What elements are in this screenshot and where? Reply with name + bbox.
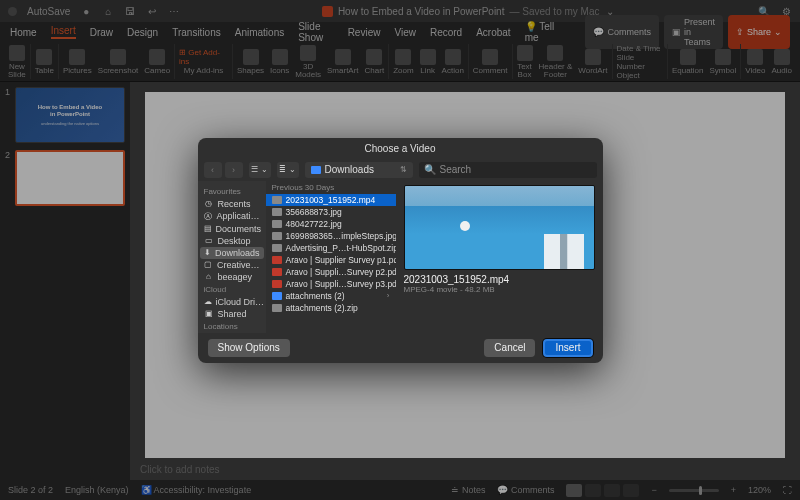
apps-icon: Ⓐ <box>204 211 213 222</box>
image-file-icon <box>272 208 282 216</box>
sidebar-user[interactable]: ⌂beeagey <box>198 271 266 283</box>
search-icon: 🔍 <box>424 164 436 175</box>
downloads-icon: ⬇ <box>204 248 211 257</box>
zip-file-icon <box>272 304 282 312</box>
finder-sidebar: Favourites ◷Recents ⒶApplicati… ▤Documen… <box>198 181 266 333</box>
clock-icon: ◷ <box>204 199 214 208</box>
nav-forward-button[interactable]: › <box>225 162 243 178</box>
search-placeholder: Search <box>440 164 472 175</box>
file-group-header: Previous 30 Days <box>266 181 396 194</box>
documents-icon: ▤ <box>204 224 212 233</box>
preview-filename: 20231003_151952.mp4 <box>404 274 595 285</box>
file-row[interactable]: Aravo | Supplier Survey p1.pdf <box>266 254 396 266</box>
file-row[interactable]: attachments (2).zip <box>266 302 396 314</box>
chevron-right-icon: › <box>387 291 390 300</box>
nav-back-button[interactable]: ‹ <box>204 162 222 178</box>
file-row[interactable]: attachments (2)› <box>266 290 396 302</box>
sidebar-creative[interactable]: ▢Creative… <box>198 259 266 271</box>
dialog-toolbar: ‹ › ☰ ⌄ ≣ ⌄ Downloads⇅ 🔍Search <box>198 159 603 181</box>
pdf-file-icon <box>272 256 282 264</box>
sidebar-documents[interactable]: ▤Documents <box>198 223 266 235</box>
file-column: Previous 30 Days 20231003_151952.mp4 356… <box>266 181 396 333</box>
shared-icon: ▣ <box>204 309 214 318</box>
sidebar-applications[interactable]: ⒶApplicati… <box>198 210 266 223</box>
sidebar-iclouddrive[interactable]: ☁iCloud Dri… <box>198 296 266 308</box>
image-file-icon <box>272 220 282 228</box>
chevron-updown-icon: ⇅ <box>400 165 407 174</box>
pdf-file-icon <box>272 280 282 288</box>
sidebar-header-icloud: iCloud <box>198 283 266 296</box>
group-button[interactable]: ≣ ⌄ <box>277 162 299 178</box>
insert-button[interactable]: Insert <box>543 339 592 357</box>
home-icon: ⌂ <box>204 272 214 281</box>
file-row[interactable]: Aravo | Suppli…Survey p3.pdf <box>266 278 396 290</box>
file-preview: 20231003_151952.mp4 MPEG-4 movie - 48.2 … <box>396 181 603 333</box>
pdf-file-icon <box>272 268 282 276</box>
preview-metadata: MPEG-4 movie - 48.2 MB <box>404 285 595 294</box>
folder-file-icon <box>272 292 282 300</box>
sidebar-recents[interactable]: ◷Recents <box>198 198 266 210</box>
location-dropdown[interactable]: Downloads⇅ <box>305 162 413 178</box>
video-preview-thumbnail[interactable] <box>404 185 595 270</box>
file-row[interactable]: Aravo | Suppli…Survey p2.pdf <box>266 266 396 278</box>
choose-video-dialog: Choose a Video ‹ › ☰ ⌄ ≣ ⌄ Downloads⇅ 🔍S… <box>198 138 603 363</box>
file-row[interactable]: 1699898365…impleSteps.jpg <box>266 230 396 242</box>
sidebar-header-favourites: Favourites <box>198 185 266 198</box>
column-view-button[interactable]: ☰ ⌄ <box>249 162 271 178</box>
search-input[interactable]: 🔍Search <box>419 162 597 178</box>
show-options-button[interactable]: Show Options <box>208 339 290 357</box>
sidebar-downloads[interactable]: ⬇Downloads <box>200 247 264 259</box>
desktop-icon: ▭ <box>204 236 214 245</box>
file-row[interactable]: 356688873.jpg <box>266 206 396 218</box>
dialog-body: Favourites ◷Recents ⒶApplicati… ▤Documen… <box>198 181 603 333</box>
modal-overlay: Choose a Video ‹ › ☰ ⌄ ≣ ⌄ Downloads⇅ 🔍S… <box>0 0 800 500</box>
folder-icon <box>311 166 321 174</box>
image-file-icon <box>272 232 282 240</box>
file-row[interactable]: 480427722.jpg <box>266 218 396 230</box>
dialog-title: Choose a Video <box>198 138 603 159</box>
file-row-selected[interactable]: 20231003_151952.mp4 <box>266 194 396 206</box>
sidebar-header-locations: Locations <box>198 320 266 333</box>
zip-file-icon <box>272 244 282 252</box>
file-row[interactable]: Advertising_P…t-HubSpot.zip <box>266 242 396 254</box>
cloud-icon: ☁ <box>204 297 212 306</box>
folder-icon: ▢ <box>204 260 213 269</box>
sidebar-shared[interactable]: ▣Shared <box>198 308 266 320</box>
cancel-button[interactable]: Cancel <box>484 339 535 357</box>
video-file-icon <box>272 196 282 204</box>
sidebar-desktop[interactable]: ▭Desktop <box>198 235 266 247</box>
dialog-footer: Show Options Cancel Insert <box>198 333 603 363</box>
